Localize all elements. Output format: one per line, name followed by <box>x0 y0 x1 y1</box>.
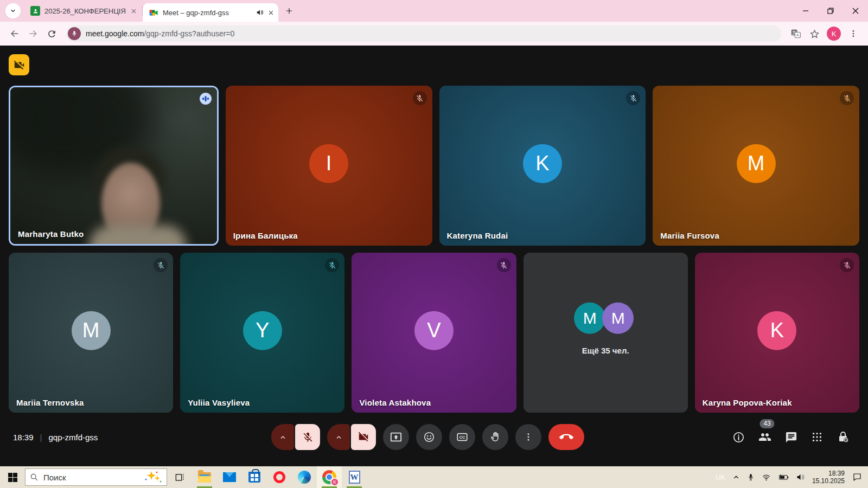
participant-name: Mariia Ternovska <box>16 398 84 407</box>
participant-name: Yuliia Vasylieva <box>188 398 250 407</box>
taskbar-search[interactable]: Поиск <box>25 468 167 486</box>
participant-tile[interactable]: Marharyta Butko <box>9 86 219 246</box>
participant-tile[interactable]: KKateryna Rudai <box>439 86 646 246</box>
tab-audio-icon[interactable] <box>256 9 264 16</box>
search-placeholder: Поиск <box>43 473 66 482</box>
translate-icon[interactable]: 文A <box>787 24 805 43</box>
browser-menu-icon[interactable] <box>844 24 863 43</box>
close-window-button[interactable] <box>843 0 868 22</box>
participant-name: Karyna Popova-Koriak <box>703 398 792 407</box>
apps-grid-icon <box>811 431 823 443</box>
meeting-code: gqp-zmfd-gss <box>48 433 98 442</box>
camera-off-button[interactable] <box>351 424 376 450</box>
mail-icon <box>223 472 236 482</box>
mail-button[interactable] <box>217 466 242 488</box>
mic-off-icon <box>500 261 508 269</box>
chevron-down-icon <box>10 8 16 14</box>
camera-options-button[interactable] <box>327 424 350 450</box>
classroom-favicon-icon <box>30 6 40 16</box>
action-center-icon[interactable] <box>852 472 863 482</box>
forward-button[interactable] <box>24 24 42 43</box>
meeting-clock: 18:39 <box>13 433 34 442</box>
activities-button[interactable] <box>811 431 823 443</box>
google-meet-icon <box>149 9 158 17</box>
bookmark-star-icon[interactable] <box>805 24 824 43</box>
opera-button[interactable] <box>267 466 292 488</box>
minimize-button[interactable] <box>793 0 818 22</box>
mic-off-icon <box>416 94 424 102</box>
mic-off-icon <box>328 261 336 269</box>
meet-bottom-bar: 18:39 | gqp-zmfd-gss <box>0 422 868 452</box>
chrome-button[interactable]: K <box>317 466 342 488</box>
tile-row: Marharyta ButkoIІрина БалицькаKKateryna … <box>9 86 859 246</box>
participant-tile[interactable]: MM Ещё 35 чел. <box>524 253 688 413</box>
tab-mic-in-use-icon[interactable] <box>68 27 81 40</box>
participant-tile[interactable]: MMariia Ternovska <box>9 253 173 413</box>
divider: | <box>40 433 42 442</box>
videocam-off-icon <box>358 431 369 443</box>
present-button[interactable] <box>383 424 409 450</box>
close-tab-icon[interactable] <box>268 10 274 16</box>
svg-text:CC: CC <box>459 435 465 440</box>
reload-button[interactable] <box>42 24 61 43</box>
word-button[interactable]: W <box>342 466 367 488</box>
participant-count-badge: 43 <box>760 419 774 428</box>
reactions-button[interactable] <box>416 424 442 450</box>
mic-options-button[interactable] <box>271 424 294 450</box>
window-controls <box>793 0 868 22</box>
tab-meet[interactable]: Meet – gqp-zmfd-gss <box>143 3 278 22</box>
speaking-indicator <box>199 92 212 107</box>
tab-search-button[interactable] <box>5 3 21 18</box>
edge-button[interactable] <box>292 466 317 488</box>
back-button[interactable] <box>5 24 24 43</box>
end-call-button[interactable] <box>548 424 584 450</box>
participant-tile[interactable]: VVioleta Astakhova <box>352 253 516 413</box>
meeting-info: 18:39 | gqp-zmfd-gss <box>13 433 98 442</box>
participant-tile[interactable]: YYuliia Vasylieva <box>180 253 344 413</box>
search-highlights-icon <box>144 470 162 485</box>
new-tab-button[interactable] <box>282 3 297 18</box>
file-explorer-button[interactable] <box>192 466 217 488</box>
restore-button[interactable] <box>818 0 843 22</box>
meeting-details-button[interactable] <box>732 431 745 444</box>
captions-button[interactable]: CC <box>449 424 475 450</box>
store-button[interactable] <box>242 466 267 488</box>
search-icon <box>30 473 39 481</box>
participant-tile[interactable]: MMariia Fursova <box>653 86 859 246</box>
participant-avatar: V <box>414 311 454 350</box>
more-options-button[interactable] <box>515 424 541 450</box>
tab-conference-doc[interactable]: 2025-26_КОНФЕРЕНЦІЯ СТУД <box>24 0 142 22</box>
tray-wifi-icon[interactable] <box>762 473 771 481</box>
camera-off-warning-badge[interactable] <box>9 54 29 75</box>
tray-battery-icon[interactable] <box>778 473 789 481</box>
profile-avatar[interactable]: K <box>827 27 841 41</box>
muted-mic-badge <box>626 91 640 105</box>
start-button[interactable] <box>0 466 25 488</box>
host-controls-button[interactable] <box>837 431 850 444</box>
close-tab-icon[interactable] <box>131 8 137 14</box>
mic-muted-button[interactable] <box>295 424 320 450</box>
opera-icon <box>273 471 285 483</box>
participant-avatar: M <box>72 311 111 350</box>
participant-name: Ірина Балицька <box>233 231 298 240</box>
participant-avatar: M <box>737 144 776 183</box>
tray-time: 18:39 <box>812 470 845 477</box>
tray-chevron-icon[interactable] <box>732 473 740 481</box>
participant-tile[interactable]: IІрина Балицька <box>226 86 432 246</box>
mic-off-icon <box>629 94 637 102</box>
mic-off-icon <box>843 261 851 269</box>
tray-mic-icon[interactable] <box>747 473 755 481</box>
task-view-button[interactable] <box>167 466 192 488</box>
language-indicator[interactable]: UK <box>716 473 725 481</box>
tray-volume-icon[interactable] <box>796 473 805 481</box>
chat-panel-button[interactable] <box>785 431 797 444</box>
participant-tile[interactable]: KKaryna Popova-Koriak <box>695 253 859 413</box>
tab-title: Meet – gqp-zmfd-gss <box>163 9 252 17</box>
participant-name: Mariia Fursova <box>660 231 719 240</box>
tray-clock[interactable]: 18:39 15.10.2025 <box>812 470 845 485</box>
chrome-icon: K <box>322 470 336 484</box>
address-bar[interactable]: meet.google.com/gqp-zmfd-gss?authuser=0 <box>66 25 781 42</box>
raise-hand-button[interactable] <box>482 424 508 450</box>
mic-control <box>271 424 320 450</box>
people-panel-button[interactable]: 43 <box>758 431 771 444</box>
